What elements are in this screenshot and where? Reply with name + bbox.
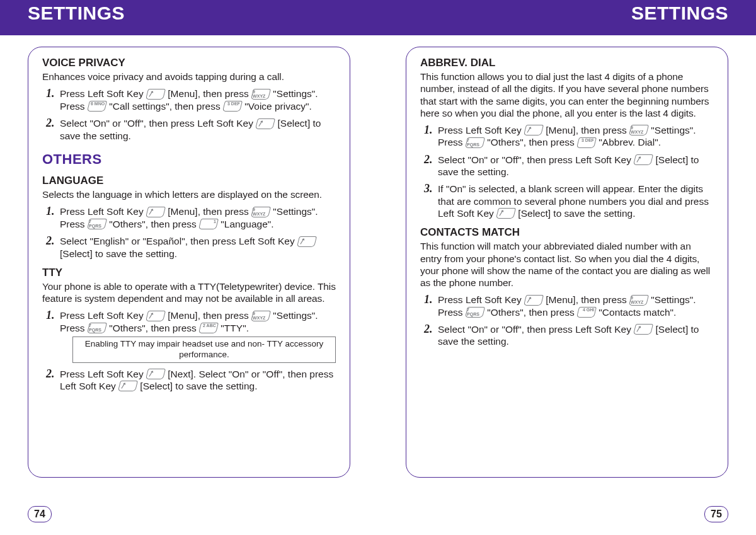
key-9-icon: 9 WXYZ [251, 89, 271, 100]
others-heading: OTHERS [42, 151, 336, 168]
page-74: VOICE PRIVACY Enhances voice privacy and… [0, 0, 378, 535]
step: 2. Select "On" or "Off", then press Left… [46, 117, 336, 142]
language-steps: 1. Press Left Soft Key [Menu], then pres… [42, 205, 336, 259]
key-7-icon: 7 PQRS [465, 137, 485, 148]
key-7-icon: 7 PQRS [465, 307, 485, 318]
t: "Voice privacy". [242, 101, 312, 112]
soft-key-icon [146, 207, 166, 217]
step: 2. Select "On" or "Off", then press Left… [424, 323, 714, 348]
soft-key-icon [255, 118, 275, 129]
voice-privacy-title: VOICE PRIVACY [42, 56, 336, 69]
contacts-steps: 1. Press Left Soft Key [Menu], then pres… [420, 294, 714, 347]
t: [Menu], then press [165, 310, 251, 321]
key-7-icon: 7 PQRS [87, 323, 107, 333]
step: 1. Press Left Soft Key [Menu], then pres… [46, 88, 336, 112]
key-9-icon: 9 WXYZ [629, 295, 649, 306]
key-3-icon: 3 DEF [576, 137, 597, 148]
content-card-left: VOICE PRIVACY Enhances voice privacy and… [28, 47, 350, 478]
t: Select "On" or "Off", then press Left So… [438, 324, 634, 335]
t: Press Left Soft Key [60, 206, 146, 217]
key-3-icon: 3 DEF [222, 101, 243, 112]
t: "Settings". [648, 125, 696, 135]
key-9-icon: 9 WXYZ [251, 311, 271, 321]
key-1-icon: 1 [198, 219, 219, 229]
t: Press [60, 323, 88, 333]
step: 2. Select "English" or "Español", then p… [46, 235, 336, 260]
t: Press Left Soft Key [438, 294, 524, 305]
t: Press Left Soft Key [60, 369, 146, 379]
step: 1. Press Left Soft Key [Menu], then pres… [46, 309, 336, 362]
t: Press Left Soft Key [60, 310, 146, 321]
step: 1. Press Left Soft Key [Menu], then pres… [424, 124, 714, 149]
page-number-74: 74 [28, 506, 52, 522]
t: "Call settings", then press [106, 101, 223, 112]
soft-key-icon [118, 381, 138, 391]
step: 1. Press Left Soft Key [Menu], then pres… [424, 294, 714, 318]
t: "Settings". [270, 310, 318, 321]
tty-steps: 1. Press Left Soft Key [Menu], then pres… [42, 309, 336, 392]
language-title: LANGUAGE [42, 174, 336, 187]
t: [Menu], then press [543, 125, 629, 135]
t: "Others", then press [106, 219, 199, 229]
key-7-icon: 7 PQRS [87, 219, 107, 229]
t: "TTY". [218, 323, 249, 333]
key-4-icon: 4 GHI [576, 307, 597, 318]
tty-title: TTY [42, 266, 336, 279]
t: "Others", then press [484, 137, 577, 147]
abbrev-desc: This function allows you to dial just th… [420, 71, 714, 119]
step: 2. Select "On" or "Off", then press Left… [424, 154, 714, 178]
t: Press Left Soft Key [438, 125, 524, 135]
key-9-icon: 9 WXYZ [629, 125, 649, 135]
t: Press [438, 137, 466, 147]
page-number-75: 75 [704, 506, 728, 522]
contacts-desc: This function will match your abbreviate… [420, 240, 714, 289]
abbrev-title: ABBREV. DIAL [420, 56, 714, 69]
voice-privacy-desc: Enhances voice privacy and avoids tappin… [42, 71, 336, 83]
soft-key-icon [524, 295, 544, 306]
tty-desc: Your phone is able to operate with a TTY… [42, 280, 336, 304]
step: 1. Press Left Soft Key [Menu], then pres… [46, 205, 336, 230]
t: [Menu], then press [543, 294, 629, 305]
t: [Menu], then press [165, 206, 251, 217]
t: Press [60, 219, 88, 229]
t: [Select] to save the setting. [60, 248, 177, 259]
soft-key-icon [297, 236, 317, 247]
soft-key-icon [633, 324, 653, 335]
tty-note: Enabling TTY may impair headset use and … [72, 337, 336, 362]
t: "Language". [218, 219, 274, 229]
key-2-icon: 2 ABC [198, 323, 219, 333]
t: Press [438, 307, 466, 318]
t: Select "English" or "Español", then pres… [60, 236, 297, 246]
soft-key-icon [633, 154, 653, 165]
soft-key-icon [524, 125, 544, 135]
t: [Menu], then press [165, 88, 251, 99]
step: 2. Press Left Soft Key [Next]. Select "O… [46, 368, 336, 393]
t: "Settings". [648, 294, 696, 305]
t: "Settings". [270, 206, 318, 217]
t: "Others", then press [484, 307, 577, 318]
soft-key-icon [146, 369, 166, 379]
page-75: ABBREV. DIAL This function allows you to… [378, 0, 756, 535]
t: Press Left Soft Key [60, 88, 146, 99]
key-6-icon: 6 MNO [87, 101, 107, 112]
step: 3. If "On" is selected, a blank screen w… [424, 183, 714, 219]
t: [Select] to save the setting. [515, 208, 635, 219]
t: Select "On" or "Off", then press Left So… [438, 154, 634, 165]
t: Select "On" or "Off", then press Left So… [60, 118, 256, 129]
voice-privacy-steps: 1. Press Left Soft Key [Menu], then pres… [42, 88, 336, 141]
t: "Settings". [270, 88, 318, 99]
content-card-right: ABBREV. DIAL This function allows you to… [406, 47, 728, 478]
t: "Others", then press [106, 323, 199, 333]
abbrev-steps: 1. Press Left Soft Key [Menu], then pres… [420, 124, 714, 219]
soft-key-icon [146, 311, 166, 321]
key-9-icon: 9 WXYZ [251, 207, 271, 217]
t: "Abbrev. Dial". [596, 137, 661, 147]
soft-key-icon [496, 208, 516, 219]
contacts-title: CONTACTS MATCH [420, 226, 714, 239]
soft-key-icon [146, 89, 166, 100]
t: Press [60, 101, 88, 112]
t: [Select] to save the setting. [137, 381, 257, 391]
t: "Contacts match". [596, 307, 676, 318]
language-desc: Selects the language in which letters ar… [42, 188, 336, 200]
